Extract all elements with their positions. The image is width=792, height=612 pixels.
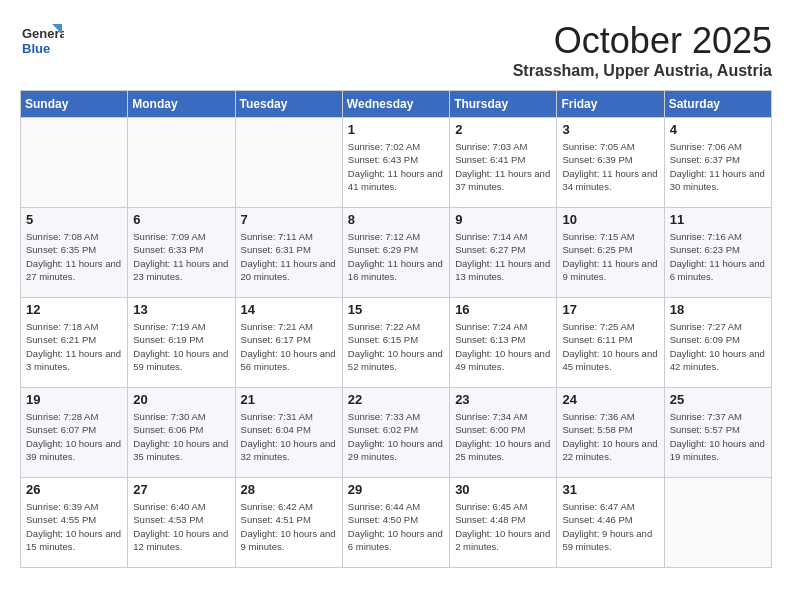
day-number: 9: [455, 212, 551, 227]
calendar-cell: 9Sunrise: 7:14 AM Sunset: 6:27 PM Daylig…: [450, 208, 557, 298]
weekday-header: Sunday: [21, 91, 128, 118]
calendar-cell: 31Sunrise: 6:47 AM Sunset: 4:46 PM Dayli…: [557, 478, 664, 568]
calendar-cell: 23Sunrise: 7:34 AM Sunset: 6:00 PM Dayli…: [450, 388, 557, 478]
day-number: 27: [133, 482, 229, 497]
calendar-cell: 1Sunrise: 7:02 AM Sunset: 6:43 PM Daylig…: [342, 118, 449, 208]
day-info: Sunrise: 7:28 AM Sunset: 6:07 PM Dayligh…: [26, 410, 122, 463]
day-info: Sunrise: 7:12 AM Sunset: 6:29 PM Dayligh…: [348, 230, 444, 283]
day-number: 12: [26, 302, 122, 317]
calendar-cell: 25Sunrise: 7:37 AM Sunset: 5:57 PM Dayli…: [664, 388, 771, 478]
calendar-cell: [21, 118, 128, 208]
weekday-header: Saturday: [664, 91, 771, 118]
day-number: 15: [348, 302, 444, 317]
day-info: Sunrise: 7:18 AM Sunset: 6:21 PM Dayligh…: [26, 320, 122, 373]
day-number: 20: [133, 392, 229, 407]
calendar-cell: 29Sunrise: 6:44 AM Sunset: 4:50 PM Dayli…: [342, 478, 449, 568]
day-number: 3: [562, 122, 658, 137]
header: General Blue October 2025 Strassham, Upp…: [20, 20, 772, 80]
calendar-cell: 4Sunrise: 7:06 AM Sunset: 6:37 PM Daylig…: [664, 118, 771, 208]
calendar-cell: 27Sunrise: 6:40 AM Sunset: 4:53 PM Dayli…: [128, 478, 235, 568]
day-info: Sunrise: 7:03 AM Sunset: 6:41 PM Dayligh…: [455, 140, 551, 193]
calendar-cell: 26Sunrise: 6:39 AM Sunset: 4:55 PM Dayli…: [21, 478, 128, 568]
svg-text:Blue: Blue: [22, 41, 50, 56]
calendar-cell: 3Sunrise: 7:05 AM Sunset: 6:39 PM Daylig…: [557, 118, 664, 208]
day-info: Sunrise: 6:42 AM Sunset: 4:51 PM Dayligh…: [241, 500, 337, 553]
calendar-week-row: 19Sunrise: 7:28 AM Sunset: 6:07 PM Dayli…: [21, 388, 772, 478]
day-info: Sunrise: 7:15 AM Sunset: 6:25 PM Dayligh…: [562, 230, 658, 283]
day-info: Sunrise: 6:39 AM Sunset: 4:55 PM Dayligh…: [26, 500, 122, 553]
calendar-cell: 15Sunrise: 7:22 AM Sunset: 6:15 PM Dayli…: [342, 298, 449, 388]
calendar-cell: [664, 478, 771, 568]
day-number: 28: [241, 482, 337, 497]
weekday-header: Tuesday: [235, 91, 342, 118]
day-number: 11: [670, 212, 766, 227]
calendar-cell: [235, 118, 342, 208]
day-info: Sunrise: 7:06 AM Sunset: 6:37 PM Dayligh…: [670, 140, 766, 193]
day-number: 4: [670, 122, 766, 137]
day-info: Sunrise: 7:09 AM Sunset: 6:33 PM Dayligh…: [133, 230, 229, 283]
day-info: Sunrise: 7:14 AM Sunset: 6:27 PM Dayligh…: [455, 230, 551, 283]
calendar-cell: 21Sunrise: 7:31 AM Sunset: 6:04 PM Dayli…: [235, 388, 342, 478]
calendar-cell: 19Sunrise: 7:28 AM Sunset: 6:07 PM Dayli…: [21, 388, 128, 478]
day-info: Sunrise: 7:37 AM Sunset: 5:57 PM Dayligh…: [670, 410, 766, 463]
calendar-week-row: 12Sunrise: 7:18 AM Sunset: 6:21 PM Dayli…: [21, 298, 772, 388]
weekday-header: Wednesday: [342, 91, 449, 118]
calendar-cell: 24Sunrise: 7:36 AM Sunset: 5:58 PM Dayli…: [557, 388, 664, 478]
title-block: October 2025 Strassham, Upper Austria, A…: [513, 20, 772, 80]
page: General Blue October 2025 Strassham, Upp…: [0, 0, 792, 578]
day-number: 30: [455, 482, 551, 497]
day-info: Sunrise: 7:27 AM Sunset: 6:09 PM Dayligh…: [670, 320, 766, 373]
calendar-cell: 28Sunrise: 6:42 AM Sunset: 4:51 PM Dayli…: [235, 478, 342, 568]
day-number: 16: [455, 302, 551, 317]
day-info: Sunrise: 6:45 AM Sunset: 4:48 PM Dayligh…: [455, 500, 551, 553]
day-info: Sunrise: 7:31 AM Sunset: 6:04 PM Dayligh…: [241, 410, 337, 463]
day-number: 7: [241, 212, 337, 227]
calendar-cell: 6Sunrise: 7:09 AM Sunset: 6:33 PM Daylig…: [128, 208, 235, 298]
day-number: 31: [562, 482, 658, 497]
day-info: Sunrise: 7:11 AM Sunset: 6:31 PM Dayligh…: [241, 230, 337, 283]
day-number: 24: [562, 392, 658, 407]
day-number: 19: [26, 392, 122, 407]
calendar-header-row: SundayMondayTuesdayWednesdayThursdayFrid…: [21, 91, 772, 118]
calendar-cell: 12Sunrise: 7:18 AM Sunset: 6:21 PM Dayli…: [21, 298, 128, 388]
day-number: 18: [670, 302, 766, 317]
calendar-week-row: 26Sunrise: 6:39 AM Sunset: 4:55 PM Dayli…: [21, 478, 772, 568]
day-info: Sunrise: 7:36 AM Sunset: 5:58 PM Dayligh…: [562, 410, 658, 463]
day-number: 29: [348, 482, 444, 497]
calendar-cell: 14Sunrise: 7:21 AM Sunset: 6:17 PM Dayli…: [235, 298, 342, 388]
day-number: 22: [348, 392, 444, 407]
calendar-cell: 10Sunrise: 7:15 AM Sunset: 6:25 PM Dayli…: [557, 208, 664, 298]
logo: General Blue: [20, 20, 64, 64]
day-info: Sunrise: 7:25 AM Sunset: 6:11 PM Dayligh…: [562, 320, 658, 373]
day-number: 6: [133, 212, 229, 227]
calendar-cell: 11Sunrise: 7:16 AM Sunset: 6:23 PM Dayli…: [664, 208, 771, 298]
day-info: Sunrise: 6:44 AM Sunset: 4:50 PM Dayligh…: [348, 500, 444, 553]
day-info: Sunrise: 7:24 AM Sunset: 6:13 PM Dayligh…: [455, 320, 551, 373]
calendar-cell: 8Sunrise: 7:12 AM Sunset: 6:29 PM Daylig…: [342, 208, 449, 298]
day-number: 10: [562, 212, 658, 227]
calendar-week-row: 5Sunrise: 7:08 AM Sunset: 6:35 PM Daylig…: [21, 208, 772, 298]
calendar-cell: 16Sunrise: 7:24 AM Sunset: 6:13 PM Dayli…: [450, 298, 557, 388]
day-number: 8: [348, 212, 444, 227]
day-info: Sunrise: 6:47 AM Sunset: 4:46 PM Dayligh…: [562, 500, 658, 553]
calendar-cell: 20Sunrise: 7:30 AM Sunset: 6:06 PM Dayli…: [128, 388, 235, 478]
day-number: 17: [562, 302, 658, 317]
calendar-cell: 18Sunrise: 7:27 AM Sunset: 6:09 PM Dayli…: [664, 298, 771, 388]
calendar-cell: [128, 118, 235, 208]
calendar-week-row: 1Sunrise: 7:02 AM Sunset: 6:43 PM Daylig…: [21, 118, 772, 208]
day-info: Sunrise: 7:33 AM Sunset: 6:02 PM Dayligh…: [348, 410, 444, 463]
calendar-cell: 13Sunrise: 7:19 AM Sunset: 6:19 PM Dayli…: [128, 298, 235, 388]
day-info: Sunrise: 7:16 AM Sunset: 6:23 PM Dayligh…: [670, 230, 766, 283]
day-number: 13: [133, 302, 229, 317]
day-number: 2: [455, 122, 551, 137]
calendar-cell: 22Sunrise: 7:33 AM Sunset: 6:02 PM Dayli…: [342, 388, 449, 478]
calendar-cell: 2Sunrise: 7:03 AM Sunset: 6:41 PM Daylig…: [450, 118, 557, 208]
day-number: 1: [348, 122, 444, 137]
day-info: Sunrise: 7:30 AM Sunset: 6:06 PM Dayligh…: [133, 410, 229, 463]
main-title: October 2025: [513, 20, 772, 62]
day-info: Sunrise: 7:19 AM Sunset: 6:19 PM Dayligh…: [133, 320, 229, 373]
day-number: 26: [26, 482, 122, 497]
day-number: 14: [241, 302, 337, 317]
calendar-cell: 30Sunrise: 6:45 AM Sunset: 4:48 PM Dayli…: [450, 478, 557, 568]
day-info: Sunrise: 7:08 AM Sunset: 6:35 PM Dayligh…: [26, 230, 122, 283]
